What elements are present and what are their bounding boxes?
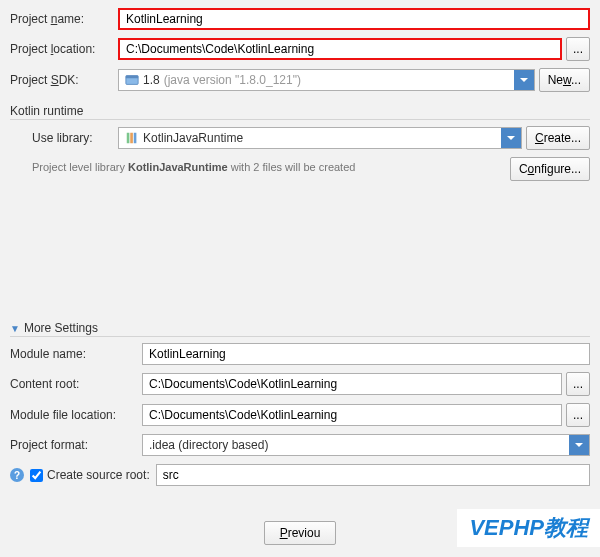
project-location-label: Project location: [10, 42, 114, 56]
svg-rect-4 [134, 133, 137, 144]
use-library-select[interactable]: KotlinJavaRuntime [118, 127, 522, 149]
configure-button[interactable]: Configure... [510, 157, 590, 181]
project-name-label: Project name: [10, 12, 114, 26]
source-root-input[interactable] [156, 464, 590, 486]
module-name-input[interactable] [142, 343, 590, 365]
sdk-name: 1.8 [143, 73, 160, 87]
module-file-location-input[interactable] [142, 404, 562, 426]
use-library-value: KotlinJavaRuntime [143, 131, 243, 145]
module-file-location-browse-button[interactable]: ... [566, 403, 590, 427]
project-format-label: Project format: [10, 438, 138, 452]
content-root-label: Content root: [10, 377, 138, 391]
create-library-button[interactable]: Create... [526, 126, 590, 150]
watermark: VEPHP教程 [457, 509, 600, 547]
svg-rect-2 [127, 133, 130, 144]
library-icon [125, 131, 139, 145]
expander-triangle-icon: ▼ [10, 323, 20, 334]
project-format-select[interactable]: .idea (directory based) [142, 434, 590, 456]
use-library-label: Use library: [32, 131, 114, 145]
help-icon: ? [10, 468, 24, 482]
more-settings-label: More Settings [24, 321, 98, 335]
chevron-down-icon [569, 435, 589, 455]
module-name-label: Module name: [10, 347, 138, 361]
chevron-down-icon [514, 70, 534, 90]
sdk-detail: (java version "1.8.0_121") [164, 73, 301, 87]
new-sdk-button[interactable]: New... [539, 68, 590, 92]
previous-button[interactable]: Previou [264, 521, 336, 545]
project-location-browse-button[interactable]: ... [566, 37, 590, 61]
more-settings-expander[interactable]: ▼ More Settings [10, 321, 590, 337]
chevron-down-icon [501, 128, 521, 148]
svg-rect-1 [126, 76, 138, 79]
content-root-input[interactable] [142, 373, 562, 395]
module-file-location-label: Module file location: [10, 408, 138, 422]
project-location-input[interactable] [118, 38, 562, 60]
svg-rect-3 [130, 133, 133, 144]
library-hint: Project level library KotlinJavaRuntime … [32, 161, 506, 173]
kotlin-runtime-group-label: Kotlin runtime [10, 104, 590, 120]
content-root-browse-button[interactable]: ... [566, 372, 590, 396]
create-source-root-checkbox-label[interactable]: Create source root: [30, 468, 150, 482]
sdk-icon [125, 73, 139, 87]
create-source-root-checkbox[interactable] [30, 469, 43, 482]
project-name-input[interactable] [118, 8, 590, 30]
create-source-root-text: Create source root: [47, 468, 150, 482]
project-format-value: .idea (directory based) [149, 438, 268, 452]
project-sdk-label: Project SDK: [10, 73, 114, 87]
project-sdk-select[interactable]: 1.8 (java version "1.8.0_121") [118, 69, 535, 91]
